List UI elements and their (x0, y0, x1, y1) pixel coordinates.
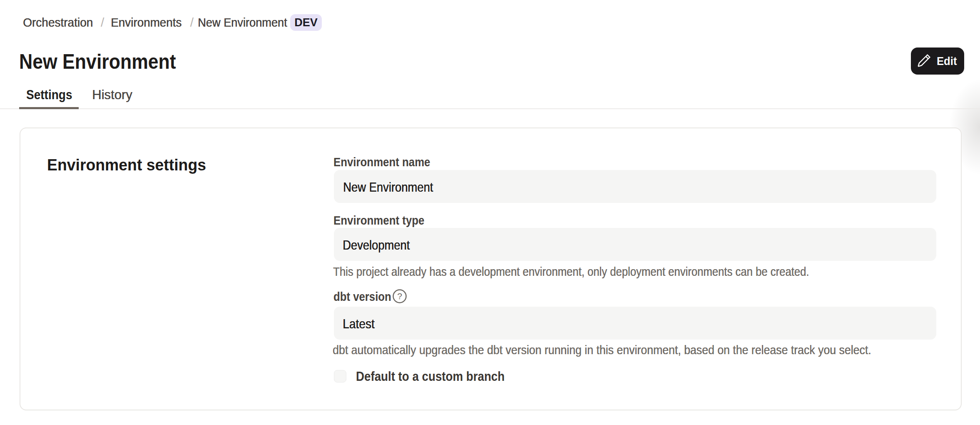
svg-text:?: ? (397, 291, 402, 301)
